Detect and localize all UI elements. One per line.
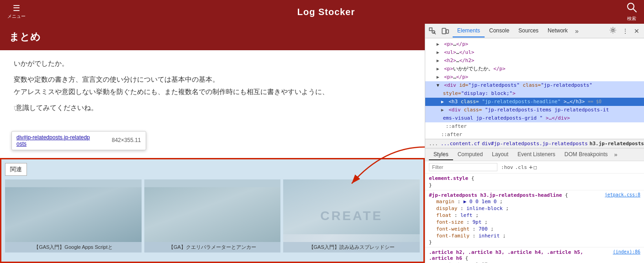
dom-arrow: ▶ xyxy=(437,41,441,48)
css-rule-jp-relatedposts: #jp-relatedposts h3.jp-relatedposts-head… xyxy=(425,190,644,247)
css-rule-article-h2-1: .article h2, .article h3, .article h4, .… xyxy=(425,247,644,263)
related-label: 関連 xyxy=(5,163,27,176)
related-images-grid: 【GAS入門】Google Apps Scriptと 【GA】クエリパラメーター… xyxy=(5,179,420,252)
device-icon[interactable] xyxy=(440,26,451,37)
related-caption-3: 【GAS入門】読み込みスプレッドシー xyxy=(283,242,420,252)
tab-elements[interactable]: Elements xyxy=(453,25,485,37)
tooltip-element-title: div#jp-relatedposts.jp-relatedposts xyxy=(16,134,90,147)
css-rule-element-style: element.style { } xyxy=(425,174,644,190)
related-image-3[interactable]: CREATE 【GAS入門】読み込みスプレッドシー xyxy=(283,179,420,252)
hov-toggle[interactable]: :hov xyxy=(501,164,513,170)
dom-line-h3-headline[interactable]: ▶ <h3 class= "jp-relatedposts-headline" … xyxy=(425,98,644,106)
inspect-icon[interactable] xyxy=(427,26,438,37)
related-image-placeholder-2 xyxy=(144,187,281,242)
breadcrumb-jp-relatedposts[interactable]: div#jp-relatedposts.jp-relatedposts xyxy=(482,141,588,147)
dom-arrow-expanded: ▼ xyxy=(437,82,441,89)
related-image-placeholder-1 xyxy=(5,187,142,242)
dom-arrow: ▶ xyxy=(437,49,441,56)
dom-line-p-ikagadeshita[interactable]: ▶ <p>いかがでしたか。</p> xyxy=(425,65,644,73)
breadcrumb-ellipsis[interactable]: ... xyxy=(429,141,438,147)
tab-sources[interactable]: Sources xyxy=(514,25,543,37)
create-text: CREATE xyxy=(320,209,383,223)
search-icon xyxy=(627,2,637,15)
devtools-panel: Elements Console Sources Network » ⋮ ✕ ▶… xyxy=(425,24,644,263)
dom-line-jp-relatedposts-cont[interactable]: style="display: block;"> xyxy=(425,89,644,98)
close-devtools-icon[interactable]: ✕ xyxy=(631,26,642,37)
dom-arrow: ▶ xyxy=(441,106,446,114)
site-title: Log Stocker xyxy=(297,7,355,17)
style-subtabs-more[interactable]: » xyxy=(612,151,619,158)
dom-line-p2[interactable]: ▶ <p>…</p> xyxy=(425,73,644,81)
svg-line-1 xyxy=(633,9,636,12)
subtab-dom-breakpoints[interactable]: DOM Breakpoints xyxy=(560,149,612,160)
element-tooltip: div#jp-relatedposts.jp-relatedposts 842×… xyxy=(11,131,146,150)
hamburger-menu-button[interactable]: ☰ メニュー xyxy=(7,4,26,20)
cls-toggle[interactable]: .cls xyxy=(515,164,528,170)
top-bar: ☰ メニュー Log Stocker 検索 xyxy=(0,0,644,24)
dom-line-h2[interactable]: ▶ <h2>…</h2> xyxy=(425,57,644,65)
dom-line-p1[interactable]: ▶ <p>…</p> xyxy=(425,40,644,48)
css-source-index-86-1[interactable]: (index):86 xyxy=(613,249,640,254)
dom-line-ul[interactable]: ▶ <ul>…</ul> xyxy=(425,48,644,57)
style-box-icon[interactable]: □ xyxy=(533,164,537,170)
add-style-icon[interactable]: + xyxy=(529,163,533,171)
menu-label: メニュー xyxy=(7,13,26,20)
subtab-computed[interactable]: Computed xyxy=(453,149,487,160)
tab-console[interactable]: Console xyxy=(485,25,514,37)
svg-point-8 xyxy=(612,29,614,32)
dom-tree[interactable]: ▶ <p>…</p> ▶ <ul>…</ul> ▶ <h2>…</h2> ▶ <… xyxy=(425,38,644,139)
related-image-1[interactable]: 【GAS入門】Google Apps Scriptと xyxy=(5,179,142,252)
dom-line-after2[interactable]: ::after xyxy=(425,131,644,139)
devtools-tabs: Elements Console Sources Network » ⋮ ✕ xyxy=(425,24,644,38)
dom-line-jp-relatedposts-items-cont[interactable]: ems-visual jp-relatedposts-grid " >…</di… xyxy=(425,114,644,122)
subtab-styles[interactable]: Styles xyxy=(429,149,453,160)
body-text-3: ケアレスミスや意図しない挙動を防ぐためにも、また複数名での制作時にも相互に書きや… xyxy=(14,88,411,96)
tab-network[interactable]: Network xyxy=(543,25,572,37)
dom-arrow: ▶ xyxy=(441,98,446,105)
settings-icon[interactable] xyxy=(607,25,619,37)
breadcrumb-bar: ... ...content.cf div#jp-relatedposts.jp… xyxy=(425,139,644,148)
subtab-layout[interactable]: Layout xyxy=(487,149,513,160)
related-posts-section: 関連 【GAS入門】Google Apps Scriptと 【GA】クエリパラメ… xyxy=(0,158,425,263)
webpage-panel: まとめ いかがでしたか。 変数や定数の書き方、宣言文の使い分けについては基本中の… xyxy=(0,24,425,263)
svg-rect-3 xyxy=(429,28,432,31)
more-options-icon[interactable]: ⋮ xyxy=(619,26,631,37)
dom-arrow: ▶ xyxy=(437,65,441,73)
dom-line-after1[interactable]: ::after xyxy=(425,122,644,131)
dom-line-jp-relatedposts-items[interactable]: ▶ <div class= "jp-relatedposts-items jp-… xyxy=(425,106,644,114)
webpage-content: まとめ いかがでしたか。 変数や定数の書き方、宣言文の使い分けについては基本中の… xyxy=(0,24,425,124)
breadcrumb-h3[interactable]: h3.jp-relatedposts-headline xyxy=(590,141,644,147)
body-text-2: 変数や定数の書き方、宣言文の使い分けについては基本中の基本。 xyxy=(14,75,411,84)
matome-heading: まとめ xyxy=(0,24,425,50)
dom-arrow: ▶ xyxy=(437,74,441,81)
breadcrumb-content[interactable]: ...content.cf xyxy=(441,141,480,147)
svg-rect-7 xyxy=(446,30,449,33)
svg-rect-6 xyxy=(442,28,446,34)
filter-input[interactable] xyxy=(429,163,497,171)
dom-line-jp-relatedposts[interactable]: ▼ <div id="jp-relatedposts" class="jp-re… xyxy=(425,81,644,89)
search-button[interactable]: 検索 xyxy=(627,2,637,22)
search-label: 検索 xyxy=(627,16,636,22)
hamburger-icon: ☰ xyxy=(13,4,20,12)
subtab-event-listeners[interactable]: Event Listeners xyxy=(513,149,560,160)
body-text-1: いかがでしたか。 xyxy=(14,59,411,68)
related-caption-1: 【GAS入門】Google Apps Scriptと xyxy=(5,242,142,252)
main-layout: まとめ いかがでしたか。 変数や定数の書き方、宣言文の使い分けについては基本中の… xyxy=(0,24,644,263)
related-image-2[interactable]: 【GA】クエリパラメーターとアンカー xyxy=(144,179,281,252)
dom-arrow: ▶ xyxy=(437,57,441,64)
styles-panel[interactable]: :hov .cls + □ element.style { } #jp-rela… xyxy=(425,161,644,263)
style-subtabs: Styles Computed Layout Event Listeners D… xyxy=(425,148,644,161)
filter-bar: :hov .cls + □ xyxy=(425,161,644,174)
related-image-placeholder-3 xyxy=(283,179,420,234)
css-source-jetpack[interactable]: jetpack.css:8 xyxy=(605,192,640,197)
more-tabs-button[interactable]: » xyxy=(572,26,581,37)
related-caption-2: 【GA】クエリパラメーターとアンカー xyxy=(144,242,281,252)
body-text-4: t意識してみてくださいね。 xyxy=(14,104,411,112)
tooltip-size: 842×355.11 xyxy=(112,137,141,143)
